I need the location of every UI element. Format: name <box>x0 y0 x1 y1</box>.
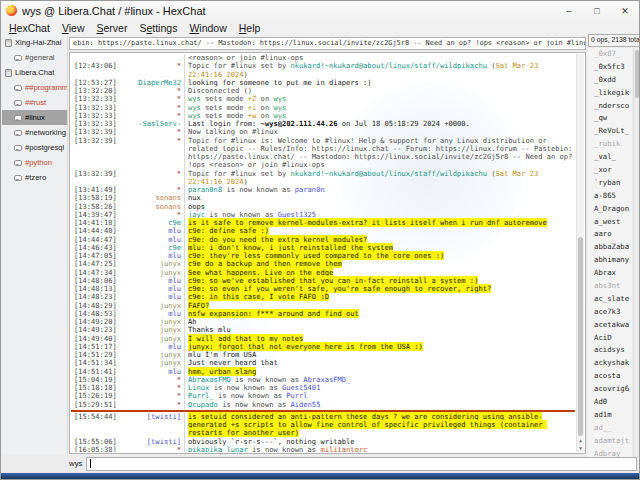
message-nick: sonans <box>117 203 184 211</box>
userlist-item[interactable]: acidsys <box>594 344 632 357</box>
menu-item-hexchat[interactable]: HexChat <box>3 22 56 34</box>
userlist-item[interactable]: abhimany <box>594 254 632 267</box>
menu-item-server[interactable]: Server <box>90 22 133 34</box>
sidebar-item-libera.chat[interactable]: Libera.Chat <box>2 65 67 80</box>
message-nick: -SaslServ- <box>117 120 184 128</box>
channel-icon <box>14 115 22 121</box>
event-star: * <box>117 87 184 95</box>
userlist-item[interactable]: _likegik <box>594 87 632 100</box>
userlist-item[interactable]: adamtajt <box>594 435 632 448</box>
chat-message: [13:32:39]*Topic for #linux is: Welcome … <box>71 137 575 170</box>
chat-message: [15:29:51]*Ocupado is now known as Aiden… <box>71 401 575 409</box>
userlist-item[interactable]: _qw <box>594 112 632 125</box>
minimize-button[interactable]: – <box>555 1 583 20</box>
message-nick: junyx <box>117 326 184 334</box>
message-nick: mlu <box>117 285 184 293</box>
scroll-up-button[interactable]: ▲ <box>577 436 584 444</box>
menu-item-view[interactable]: View <box>56 22 91 34</box>
sidebar-item-xing-hai-zhai[interactable]: Xing-Hai-Zhai <box>2 35 67 50</box>
sidebar-item-rust[interactable]: ##rust <box>2 95 67 110</box>
event-star: * <box>117 137 184 145</box>
message-input[interactable] <box>86 457 637 471</box>
chat-panel: <reason> or join #linux-ops[12:43:06]*To… <box>69 52 586 454</box>
userlist-item[interactable]: _0xdd <box>594 74 632 87</box>
message-nick: DiaperMe32 <box>117 79 184 87</box>
userlist-item[interactable]: AciD <box>594 332 632 345</box>
userlist-item[interactable]: ad1m <box>594 409 632 422</box>
chat-scrollbar-thumb[interactable] <box>578 237 583 436</box>
chat-message: [13:41:49]*paran0n8 is now known as para… <box>71 186 575 194</box>
sidebar-item-programming[interactable]: ##programming <box>2 80 67 95</box>
userlist-item[interactable]: a-865 <box>594 190 632 203</box>
userlist-scrollbar[interactable] <box>633 48 640 457</box>
topic-input[interactable]: ebin: https://paste.linux.chat/ -- Masto… <box>69 37 586 50</box>
userlist-item[interactable]: ace7k3 <box>594 306 632 319</box>
userlist-item[interactable]: _xor <box>594 164 632 177</box>
input-bar: wys <box>67 455 637 472</box>
sidebar-item-linux[interactable]: #linux <box>2 110 67 125</box>
userlist-item[interactable]: acovrig6 <box>594 383 632 396</box>
menu-item-settings[interactable]: Settings <box>133 22 183 34</box>
userlist-count-label: 0 ops, 2138 total <box>588 34 640 47</box>
message-timestamp: [16:05:38] <box>71 446 117 452</box>
event-star: * <box>117 112 184 120</box>
userlist-item[interactable]: _ndersco <box>594 100 632 113</box>
close-button[interactable]: ✕ <box>611 1 639 20</box>
message-text: paran0n8 is now known as paran0n <box>184 186 575 194</box>
sidebar-item-tzero[interactable]: #tzero <box>2 170 67 185</box>
chat-message: [12:53:27]DiaperMe32looking for someone … <box>71 79 575 87</box>
userlist-item[interactable]: acosta <box>594 370 632 383</box>
message-nick: c9e <box>117 244 184 252</box>
userlist-item[interactable]: _0x87_ <box>594 48 632 61</box>
message-text: Ocupado is now known as Aiden55 <box>184 401 575 409</box>
sidebar-item-general[interactable]: #general <box>2 50 67 65</box>
userlist-item[interactable]: Abrax <box>594 267 632 280</box>
userlist-item[interactable]: aaro <box>594 228 632 241</box>
message-nick: junyx <box>117 351 184 359</box>
chat-message: [15:26:19]*Purrl_ is now known as Purrl <box>71 392 575 400</box>
app-icon <box>6 5 17 16</box>
maximize-button[interactable]: □ <box>583 1 611 20</box>
message-nick: junyx <box>117 359 184 367</box>
userlist-item[interactable]: Ad0 <box>594 396 632 409</box>
chat-message: [14:51:29]junyxmlu I'm from USA <box>71 351 575 359</box>
message-nick: mlu <box>117 236 184 244</box>
sidebar-item-python[interactable]: #python <box>2 155 67 170</box>
sidebar-item-postgresql[interactable]: #postgresql <box>2 140 67 155</box>
scroll-down-button[interactable]: ▼ <box>577 444 584 452</box>
userlist-item[interactable]: `ryban <box>594 177 632 190</box>
menu-item-window[interactable]: Window <box>183 22 232 34</box>
user-list: _0x87__0x5fc3_0xdd_likegik_ndersco_qw_Re… <box>588 48 632 457</box>
message-nick: mlu <box>117 277 184 285</box>
message-nick: [twisti] <box>117 413 184 421</box>
userlist-item[interactable]: _ReVoLt_ <box>594 125 632 138</box>
message-nick: mlu <box>117 368 184 376</box>
chat-message: [14:49:20]junyxAh <box>71 318 575 326</box>
userlist-item[interactable]: _0x5fc3 <box>594 61 632 74</box>
userlist-item[interactable]: ackyshak <box>594 357 632 370</box>
chat-scrollbar[interactable]: ▲ ▼ <box>576 54 584 452</box>
sidebar-item-label: Libera.Chat <box>15 68 54 77</box>
userlist-scrollbar-thumb[interactable] <box>635 50 639 98</box>
message-nick: junyx <box>117 335 184 343</box>
window-title: wys @ Libera.Chat / #linux - HexChat <box>22 5 555 17</box>
userlist-item[interactable]: acetakwa <box>594 319 632 332</box>
userlist-item[interactable]: _val_ <box>594 151 632 164</box>
menu-item-help[interactable]: Help <box>233 22 267 34</box>
userlist-item[interactable]: _rubik <box>594 138 632 151</box>
userlist-item[interactable]: a_west <box>594 216 632 229</box>
message-text: is setuid considered an anti-pattern the… <box>184 413 575 438</box>
userlist-item[interactable]: ad__ <box>594 422 632 435</box>
sidebar-item-networking[interactable]: #networking <box>2 125 67 140</box>
userlist-item[interactable]: ac_slate <box>594 293 632 306</box>
message-timestamp: [13:32:39] <box>71 137 117 145</box>
event-star: * <box>117 104 184 112</box>
sidebar-item-label: #tzero <box>25 173 46 182</box>
channel-icon <box>14 145 22 151</box>
userlist-item[interactable]: abs3nt <box>594 280 632 293</box>
message-nick: mlu <box>117 227 184 235</box>
userlist-item[interactable]: A_Dragon <box>594 203 632 216</box>
message-timestamp: [15:54:44] <box>71 413 117 421</box>
event-star: * <box>117 62 184 70</box>
userlist-item[interactable]: abbaZaba <box>594 241 632 254</box>
